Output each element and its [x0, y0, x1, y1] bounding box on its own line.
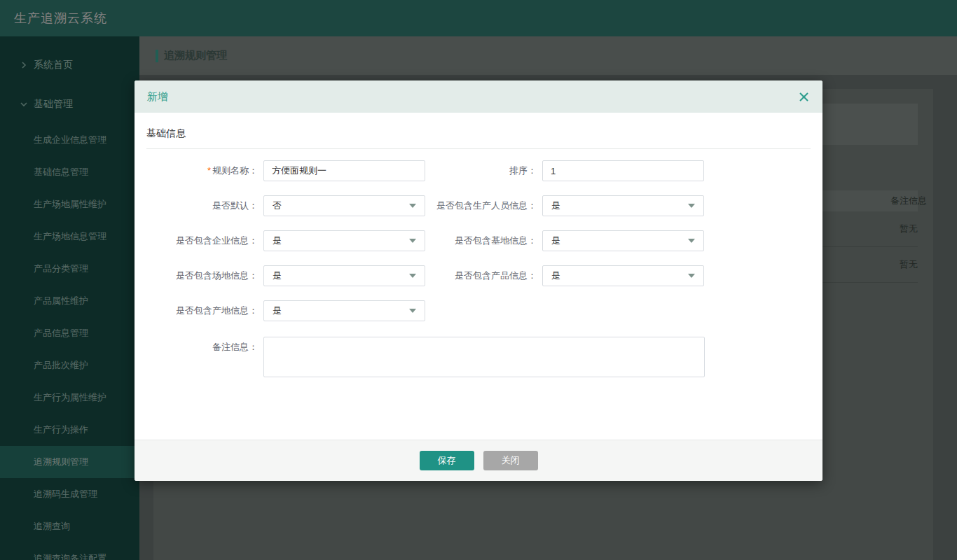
dropdown-caret-icon	[688, 239, 695, 243]
field-include-base: 是否包含基地信息： 是	[349, 230, 704, 251]
select-value: 是	[551, 234, 560, 247]
modal-title: 新增	[147, 90, 168, 104]
sort-order-input[interactable]	[542, 160, 704, 181]
field-label: 是否包含生产人员信息：	[349, 195, 537, 216]
field-label: 是否包含企业信息：	[135, 230, 258, 251]
section-title: 基础信息	[146, 113, 811, 149]
include-origin-select[interactable]: 是	[263, 300, 425, 321]
select-value: 是	[551, 200, 560, 212]
field-sort-order: 排序：	[349, 160, 704, 181]
add-rule-modal: 新增 基础信息 *规则名称： 排序： 是否默认： 否 是否包含生产人员信息：	[135, 80, 822, 481]
remark-textarea[interactable]	[263, 337, 705, 377]
field-include-product: 是否包含产品信息： 是	[349, 265, 704, 286]
field-include-origin: 是否包含产地信息： 是	[135, 300, 425, 321]
select-value: 是	[551, 270, 560, 282]
select-value: 否	[273, 200, 282, 212]
modal-header: 新增	[135, 80, 822, 113]
field-label: 是否包含产品信息：	[349, 265, 537, 286]
app-root: 生产追溯云系统 系统首页 基础管理 生成企业信息管理 基础信息管理 生产场地属性…	[0, 0, 957, 560]
field-label: 备注信息：	[135, 337, 258, 358]
modal-footer: 保存 关闭	[135, 440, 822, 481]
include-base-select[interactable]: 是	[542, 230, 704, 251]
field-remark: 备注信息：	[135, 337, 705, 377]
field-label: 规则名称：	[212, 165, 258, 176]
close-button[interactable]: 关闭	[483, 451, 538, 470]
field-label: 是否默认：	[135, 195, 258, 216]
field-label: 是否包含场地信息：	[135, 265, 258, 286]
field-include-personnel: 是否包含生产人员信息： 是	[349, 195, 704, 216]
dropdown-caret-icon	[688, 204, 695, 208]
dropdown-caret-icon	[688, 274, 695, 278]
select-value: 是	[273, 234, 282, 247]
field-label: 是否包含产地信息：	[135, 300, 258, 321]
field-label: 是否包含基地信息：	[349, 230, 537, 251]
field-label: 排序：	[349, 160, 537, 181]
required-asterisk: *	[207, 165, 211, 176]
include-product-select[interactable]: 是	[542, 265, 704, 286]
dropdown-caret-icon	[409, 309, 416, 313]
select-value: 是	[273, 304, 282, 317]
save-button[interactable]: 保存	[420, 451, 474, 470]
select-value: 是	[273, 270, 282, 282]
close-icon[interactable]	[797, 90, 810, 103]
include-personnel-select[interactable]: 是	[542, 195, 704, 216]
